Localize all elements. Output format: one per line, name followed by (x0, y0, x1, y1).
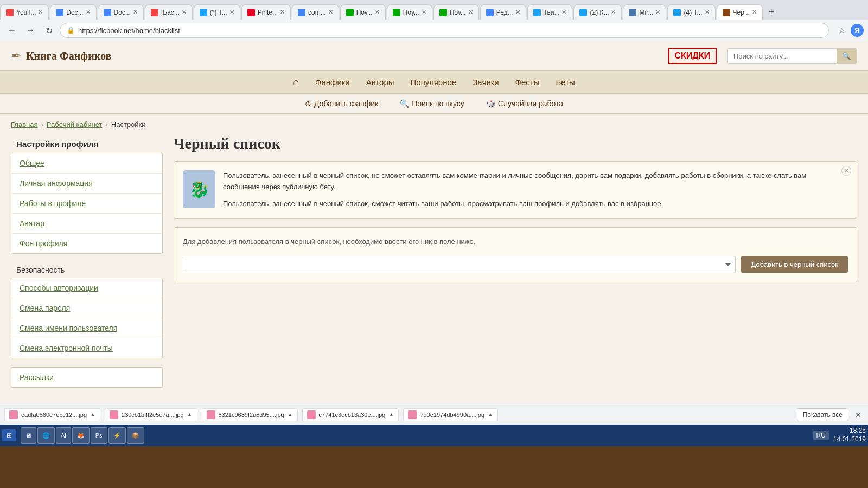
site-search-input[interactable] (728, 49, 837, 63)
tab-close[interactable]: ✕ (180, 9, 187, 16)
tab-nou3[interactable]: Ноу... ✕ (433, 4, 479, 20)
profile-icon[interactable]: Я (851, 24, 864, 37)
tab-close[interactable]: ✕ (131, 9, 138, 16)
nav-requests[interactable]: Заявки (473, 78, 499, 87)
sidebar-item-username[interactable]: Смена имени пользователя (11, 318, 162, 338)
download-item-3: 8321c9639f2a8d95....jpg ▲ (202, 408, 298, 421)
sidebar-item-email[interactable]: Смена электронной почты (11, 338, 162, 358)
tab-close[interactable]: ✕ (419, 9, 426, 16)
sidebar-profile-menu: Общее Личная информация Работы в профиле… (11, 153, 163, 254)
download-file-icon (307, 410, 316, 419)
taskbar-app-illustrator[interactable]: Ai (56, 427, 71, 444)
taskbar-date-value: 14.01.2019 (833, 435, 866, 444)
breadcrumb-home[interactable]: Главная (11, 120, 37, 129)
main-navigation: ⌂ Фанфики Авторы Популярное Заявки Фесты… (0, 71, 868, 94)
tab-google[interactable]: com... ✕ (292, 4, 339, 20)
sidebar-item-auth[interactable]: Способы авторизации (11, 278, 162, 298)
download-expand-icon[interactable]: ▲ (388, 412, 394, 418)
address-bar[interactable]: 🔒 https://ficbook.net/home/blacklist (60, 23, 829, 38)
tab-close[interactable]: ✕ (278, 9, 285, 16)
download-expand-icon[interactable]: ▲ (187, 412, 193, 418)
new-tab-button[interactable]: + (764, 4, 779, 20)
sidebar-item-works[interactable]: Работы в профиле (11, 194, 162, 214)
tab-red[interactable]: Ред... ✕ (480, 4, 526, 20)
tab-nou2[interactable]: Ноу... ✕ (387, 4, 432, 20)
logo-quill-icon: ✒ (11, 48, 22, 63)
back-button[interactable]: ← (4, 23, 20, 38)
site-logo[interactable]: ✒ Книга Фанфиков (11, 48, 111, 63)
sidebar-item-newsletters[interactable]: Рассылки (11, 368, 162, 387)
download-filename: eadfa0860e7ebc12....jpg (21, 412, 87, 418)
tab-close[interactable]: ✕ (326, 9, 333, 16)
breadcrumb-sep2: › (105, 120, 107, 129)
username-select[interactable] (183, 256, 736, 273)
tab-twi2[interactable]: (2) К... ✕ (573, 4, 622, 20)
sidebar-item-general[interactable]: Общее (11, 153, 162, 174)
taskbar-app-explorer[interactable]: 🖥 (21, 427, 36, 444)
tab-twitter1[interactable]: (*) T... ✕ (194, 4, 240, 20)
tab-bas[interactable]: [Бас... ✕ (145, 4, 193, 20)
search-button[interactable]: 🔍 (837, 49, 857, 63)
add-icon: ⊕ (305, 99, 311, 108)
nav-fanfics[interactable]: Фанфики (315, 78, 350, 87)
tab-nou1[interactable]: Ноу... ✕ (340, 4, 386, 20)
tab-youtube[interactable]: YouT... ✕ (0, 4, 49, 20)
download-expand-icon[interactable]: ▲ (288, 412, 293, 418)
sidebar-item-background[interactable]: Фон профиля (11, 234, 162, 253)
tab-close[interactable]: ✕ (559, 9, 566, 16)
add-to-blacklist-button[interactable]: Добавить в черный список (741, 256, 848, 273)
nav-authors[interactable]: Авторы (366, 78, 394, 87)
download-expand-icon[interactable]: ▲ (488, 412, 493, 418)
tab-doc2[interactable]: Doc... ✕ (98, 4, 144, 20)
tab-label: Мir... (639, 9, 653, 16)
breadcrumb: Главная › Рабочий кабинет › Настройки (0, 114, 868, 135)
download-file-icon (408, 410, 417, 419)
tab-close[interactable]: ✕ (653, 9, 660, 16)
nav-fests[interactable]: Фесты (515, 78, 540, 87)
tab-twi3[interactable]: (4) Т... ✕ (667, 4, 715, 20)
download-expand-icon[interactable]: ▲ (90, 412, 95, 418)
tab-close[interactable]: ✕ (227, 9, 234, 16)
tab-doc1[interactable]: Doc... ✕ (50, 4, 96, 20)
show-all-downloads-button[interactable]: Показать все (797, 408, 848, 421)
info-box-close-button[interactable]: ✕ (841, 166, 851, 176)
tab-ficbook-active[interactable]: Чер... ✕ (717, 4, 763, 20)
nav-popular[interactable]: Популярное (411, 78, 457, 87)
taskbar-app-fox[interactable]: 🦊 (72, 427, 90, 444)
navigation-bar: ← → ↻ 🔒 https://ficbook.net/home/blackli… (0, 20, 868, 41)
tab-vk[interactable]: Мir... ✕ (623, 4, 666, 20)
tab-close[interactable]: ✕ (750, 9, 757, 16)
bookmark-star-icon[interactable]: ☆ (835, 24, 848, 37)
tab-close[interactable]: ✕ (373, 9, 380, 16)
breadcrumb-cabinet[interactable]: Рабочий кабинет (47, 120, 103, 129)
sidebar-item-personal[interactable]: Личная информация (11, 174, 162, 194)
sidebar-item-password[interactable]: Смена пароля (11, 298, 162, 318)
sidebar-gap2 (11, 358, 163, 367)
start-button[interactable]: ⊞ (2, 429, 16, 441)
taskbar-app-lightning[interactable]: ⚡ (108, 427, 126, 444)
reload-button[interactable]: ↻ (41, 23, 56, 38)
tab-label: Doc... (66, 9, 83, 16)
address-text: https://ficbook.net/home/blacklist (78, 27, 180, 35)
sidebar-item-avatar[interactable]: Аватар (11, 214, 162, 234)
tab-close[interactable]: ✕ (466, 9, 473, 16)
tab-favicon (629, 9, 636, 16)
add-fanfic-link[interactable]: ⊕ Добавить фанфик (305, 99, 378, 108)
nav-betas[interactable]: Беты (556, 78, 575, 87)
random-work-link[interactable]: 🎲 Случайная работа (486, 99, 563, 108)
home-icon[interactable]: ⌂ (293, 76, 299, 88)
close-downloads-button[interactable]: ✕ (853, 409, 864, 420)
taskbar-app-box[interactable]: 📦 (127, 427, 144, 444)
tab-close[interactable]: ✕ (84, 9, 91, 16)
sale-button[interactable]: СКИДКИ (668, 48, 717, 64)
tab-close[interactable]: ✕ (36, 9, 43, 16)
taskbar-app-chrome[interactable]: 🌐 (37, 427, 55, 444)
tab-twi[interactable]: Тви... ✕ (527, 4, 573, 20)
tab-close[interactable]: ✕ (609, 9, 616, 16)
taskbar-app-photoshop[interactable]: Ps (91, 427, 107, 444)
tab-close[interactable]: ✕ (703, 9, 710, 16)
search-by-taste-link[interactable]: 🔍 Поиск по вкусу (400, 99, 464, 108)
tab-pinterest[interactable]: Pinte... ✕ (241, 4, 291, 20)
tab-close[interactable]: ✕ (513, 9, 520, 16)
forward-button[interactable]: → (23, 23, 38, 38)
